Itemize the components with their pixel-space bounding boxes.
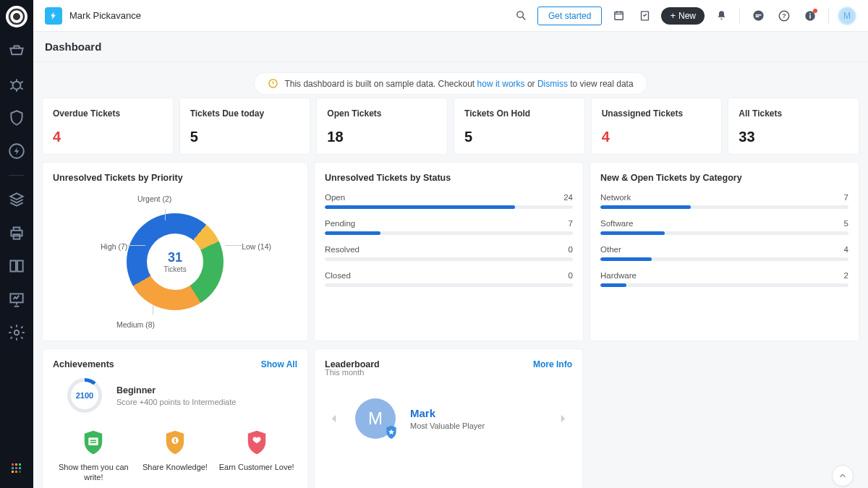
stat-label: Unassigned Tickets [602, 108, 712, 119]
donut-label-urgent: Urgent (2) [137, 194, 171, 203]
more-info-link[interactable]: More Info [533, 359, 572, 369]
svg-point-8 [516, 12, 523, 17]
bar-track [325, 231, 573, 235]
bar-label: Network [600, 193, 631, 202]
status-panel: Unresolved Tickets by Status Open24Pendi… [314, 162, 584, 341]
apps-grid-icon[interactable] [7, 459, 26, 478]
get-started-button[interactable]: Get started [537, 7, 602, 25]
svg-point-1 [14, 14, 20, 20]
stat-card[interactable]: Tickets Due today5 [179, 98, 311, 155]
bar-track [600, 283, 848, 287]
priority-donut-chart: 31 Tickets Urgent (2) High (7) Medium (8… [53, 193, 297, 330]
svg-rect-9 [615, 12, 623, 20]
stat-label: All Tickets [739, 108, 848, 119]
leaderboard-prev-button[interactable] [328, 412, 341, 425]
info-notification-dot [813, 9, 817, 13]
layers-icon[interactable] [7, 190, 26, 209]
achievement-badge[interactable]: Show them you can write! [54, 429, 133, 483]
stat-card[interactable]: Tickets On Hold5 [454, 98, 585, 155]
stat-value: 5 [190, 129, 300, 145]
settings-gear-icon[interactable] [7, 323, 26, 342]
book-icon[interactable] [7, 257, 26, 275]
bar-value: 0 [569, 271, 573, 280]
stat-value: 4 [53, 129, 163, 145]
calendar-icon[interactable] [609, 7, 628, 25]
achievements-panel: Achievements Show All 2100 Beginner Scor… [42, 348, 308, 488]
bolt-circle-icon[interactable] [7, 142, 26, 160]
search-icon[interactable] [511, 7, 530, 25]
badge-shield-icon [163, 429, 187, 456]
bar-row: Resolved0 [325, 245, 573, 261]
bar-row: Software5 [600, 219, 848, 235]
priority-panel: Unresolved Tickets by Priority 31 Ticket… [42, 162, 308, 341]
bar-value: 7 [844, 193, 848, 202]
printer-icon[interactable] [7, 223, 26, 242]
bar-track [600, 231, 848, 235]
bar-value: 24 [563, 193, 573, 202]
bar-row: Pending7 [325, 219, 573, 235]
svg-rect-5 [14, 234, 20, 239]
show-all-link[interactable]: Show All [261, 359, 297, 369]
notice-text: or [525, 79, 537, 89]
badge-shield-icon [244, 429, 269, 456]
svg-rect-20 [89, 437, 99, 445]
bar-track [325, 257, 573, 261]
leaderboard-star-icon [384, 424, 399, 442]
brand-badge-icon[interactable] [45, 7, 62, 25]
svg-text:?: ? [782, 12, 786, 20]
stat-card[interactable]: Overdue Tickets4 [42, 98, 174, 155]
badge-label: Share Knowledge! [142, 462, 208, 472]
stat-label: Open Tickets [327, 108, 437, 119]
bar-row: Closed0 [325, 271, 573, 287]
app-logo-icon[interactable] [6, 6, 27, 27]
stat-card[interactable]: All Tickets33 [728, 98, 859, 155]
stat-cards-row: Overdue Tickets4Tickets Due today5Open T… [42, 98, 859, 155]
new-button[interactable]: +New [661, 7, 705, 25]
bar-label: Closed [325, 271, 351, 280]
bug-icon[interactable] [7, 75, 26, 94]
bar-value: 7 [569, 219, 573, 228]
chat-icon[interactable] [749, 7, 767, 25]
panel-title: Unresolved Tickets by Status [325, 173, 573, 183]
page-title: Dashboard [45, 40, 856, 53]
presentation-icon[interactable] [7, 290, 26, 309]
checklist-icon[interactable] [635, 7, 654, 25]
leaderboard-role: Most Valuable Player [410, 421, 485, 430]
stat-value: 5 [464, 129, 574, 145]
how-it-works-link[interactable]: how it works [477, 79, 525, 89]
user-avatar[interactable]: M [838, 7, 856, 25]
shield-icon[interactable] [7, 108, 26, 127]
stat-card[interactable]: Unassigned Tickets4 [591, 98, 723, 155]
info-icon[interactable] [801, 7, 820, 25]
leaderboard-avatar: M [355, 398, 396, 439]
scroll-to-top-button[interactable] [832, 465, 854, 487]
bar-label: Open [325, 193, 345, 202]
bar-row: Other4 [600, 245, 848, 261]
level-name: Beginner [116, 385, 236, 395]
donut-center-label: Tickets [163, 265, 186, 273]
svg-rect-17 [809, 14, 811, 18]
bar-value: 4 [844, 245, 848, 254]
achievement-badge[interactable]: Earn Customer Love! [217, 429, 297, 483]
warning-info-icon [268, 78, 278, 89]
stat-label: Tickets On Hold [464, 108, 574, 119]
badge-label: Earn Customer Love! [219, 462, 294, 472]
dismiss-link[interactable]: Dismiss [537, 79, 568, 89]
stat-value: 18 [327, 129, 437, 145]
bar-label: Hardware [600, 271, 637, 280]
ticket-icon[interactable] [7, 42, 26, 61]
top-bar: Mark Pickavance Get started +New ? M [33, 0, 868, 32]
notice-text: to view real data [568, 79, 634, 89]
sample-data-notice: This dashboard is built on sample data. … [254, 72, 647, 95]
achievement-badge[interactable]: Share Knowledge! [135, 429, 215, 483]
notifications-bell-icon[interactable] [712, 7, 731, 25]
donut-center-value: 31 [168, 250, 182, 265]
topbar-separator [739, 8, 740, 24]
bar-label: Other [600, 245, 621, 254]
donut-label-low: Low (14) [242, 242, 271, 251]
stat-card[interactable]: Open Tickets18 [316, 98, 448, 155]
leaderboard-next-button[interactable] [556, 412, 569, 425]
badge-label: Show them you can write! [54, 462, 133, 483]
help-icon[interactable]: ? [775, 7, 793, 25]
bar-value: 5 [844, 219, 848, 228]
